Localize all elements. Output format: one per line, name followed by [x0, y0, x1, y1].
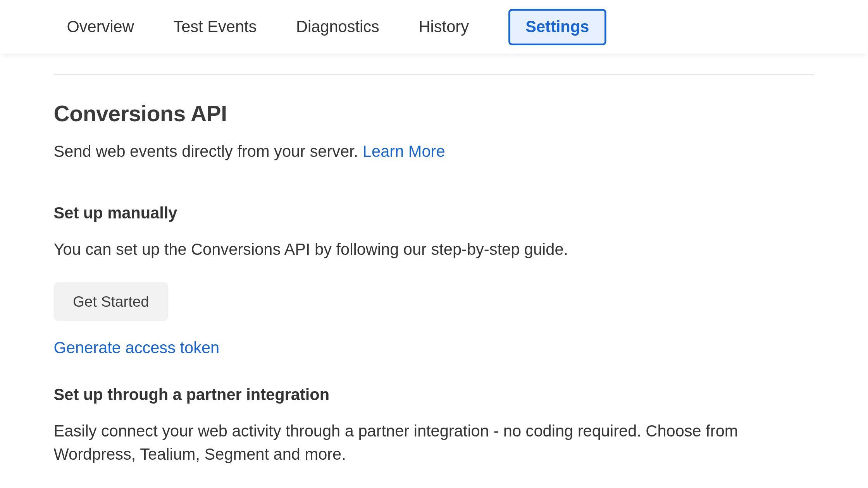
- manual-heading: Set up manually: [54, 204, 814, 223]
- lead-text: Send web events directly from your serve…: [54, 141, 814, 162]
- tab-diagnostics[interactable]: Diagnostics: [296, 13, 379, 41]
- tab-overview[interactable]: Overview: [67, 13, 134, 41]
- partner-body: Easily connect your web activity through…: [54, 420, 758, 467]
- page-title: Conversions API: [54, 101, 814, 127]
- tab-bar: Overview Test Events Diagnostics History…: [0, 0, 868, 54]
- manual-body: You can set up the Conversions API by fo…: [54, 238, 758, 261]
- arrow-left-icon: [265, 486, 396, 488]
- learn-more-link[interactable]: Learn More: [363, 143, 445, 160]
- section-divider: [54, 74, 814, 75]
- partner-heading: Set up through a partner integration: [54, 386, 814, 404]
- generate-access-token-link[interactable]: Generate access token: [54, 339, 220, 357]
- tab-settings[interactable]: Settings: [508, 9, 606, 45]
- tab-test-events[interactable]: Test Events: [173, 13, 257, 41]
- lead-text-body: Send web events directly from your serve…: [54, 143, 363, 160]
- get-started-button[interactable]: Get Started: [54, 282, 168, 321]
- tab-history[interactable]: History: [419, 13, 469, 41]
